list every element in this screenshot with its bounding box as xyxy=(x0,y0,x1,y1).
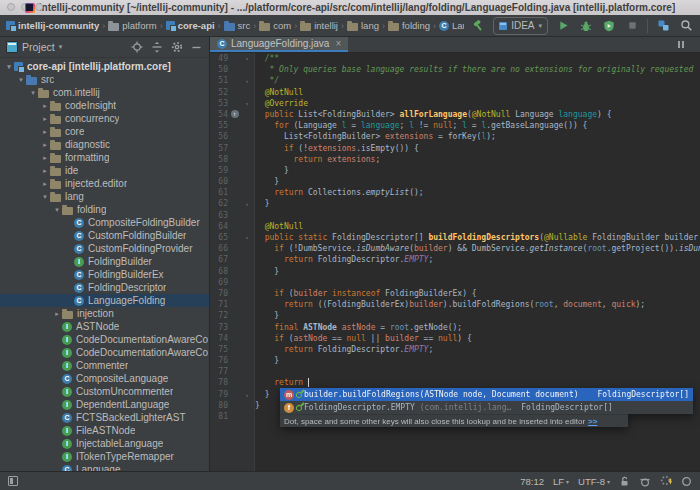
fold-marker-icon[interactable]: ▴ xyxy=(241,198,253,209)
tree-item[interactable]: ▸injection xyxy=(0,307,209,320)
tree-item[interactable]: ▾src xyxy=(0,73,209,86)
stop-button[interactable] xyxy=(624,18,640,34)
code-token: Language xyxy=(510,110,558,119)
fold-marker-icon[interactable]: ▴ xyxy=(241,75,253,86)
tree-item[interactable]: ▸formatting xyxy=(0,151,209,164)
settings-gear-icon[interactable] xyxy=(170,41,183,54)
hide-panel-button[interactable] xyxy=(190,41,203,54)
debug-button[interactable] xyxy=(578,18,594,34)
breadcrumb-item[interactable]: folding xyxy=(388,20,430,31)
completion-hint-link[interactable]: >> xyxy=(588,417,597,426)
breadcrumb-item[interactable]: src xyxy=(224,20,251,31)
tree-item[interactable]: ICommenter xyxy=(0,359,209,372)
chevron-collapsed-icon[interactable]: ▸ xyxy=(52,310,62,318)
tree-item[interactable]: ▾com.intellij xyxy=(0,86,209,99)
breadcrumb-item[interactable]: CLanguageFolding xyxy=(439,20,464,31)
chevron-down-icon[interactable]: ▾ xyxy=(59,43,63,51)
tree-item[interactable]: CCustomFoldingProvider xyxy=(0,242,209,255)
tree-item[interactable]: ▾core-api [intellij.platform.core] xyxy=(0,60,209,73)
code-text: if (astNode == null || builder == null) … xyxy=(253,333,700,344)
run-with-coverage-button[interactable] xyxy=(601,18,617,34)
chevron-collapsed-icon[interactable]: ▸ xyxy=(40,141,50,149)
chevron-expanded-icon[interactable]: ▾ xyxy=(4,63,14,71)
tree-item[interactable]: ▸core xyxy=(0,125,209,138)
tree-item[interactable]: ▸codeInsight xyxy=(0,99,209,112)
source-folder-icon xyxy=(224,23,235,31)
breadcrumb-item[interactable]: core-api xyxy=(166,20,215,31)
fold-marker-icon[interactable]: ▾ xyxy=(241,98,253,109)
run-button[interactable] xyxy=(555,18,571,34)
tree-item[interactable]: CFCTSBackedLighterAST xyxy=(0,411,209,424)
tree-item[interactable]: IDependentLanguage xyxy=(0,398,209,411)
tree-item[interactable]: ▾folding xyxy=(0,203,209,216)
breadcrumb-item[interactable]: lang xyxy=(347,20,379,31)
fold-slot xyxy=(241,266,253,277)
completion-item[interactable]: mbuilder.buildFoldRegions(ASTNode node, … xyxy=(280,388,693,401)
tree-item[interactable]: ▸concurrency xyxy=(0,112,209,125)
notifications-icon[interactable] xyxy=(681,476,692,487)
cursor-position[interactable]: 78:12 xyxy=(520,476,544,487)
hector-inspector-icon[interactable] xyxy=(639,476,651,487)
chevron-collapsed-icon[interactable]: ▸ xyxy=(40,167,50,175)
tree-item[interactable]: CLanguage xyxy=(0,463,209,471)
breadcrumb-item[interactable]: intellij-community xyxy=(6,20,99,31)
gutter-icon-slot xyxy=(228,288,241,299)
fold-marker-icon[interactable]: ▴ xyxy=(241,389,253,400)
tree-item[interactable]: CCustomFoldingBuilder xyxy=(0,229,209,242)
readonly-lock-icon[interactable] xyxy=(619,476,630,487)
tree-item[interactable]: IFoldingBuilder xyxy=(0,255,209,268)
fold-marker-icon[interactable]: ▾ xyxy=(241,232,253,243)
tree-item[interactable]: IInjectableLanguage xyxy=(0,437,209,450)
chevron-collapsed-icon[interactable]: ▸ xyxy=(40,115,50,123)
close-window-button[interactable] xyxy=(7,3,15,11)
tree-item[interactable]: ICustomUncommenter xyxy=(0,385,209,398)
tree-item[interactable]: ▸ide xyxy=(0,164,209,177)
chevron-expanded-icon[interactable]: ▾ xyxy=(40,193,50,201)
breadcrumb-item[interactable]: com xyxy=(259,20,291,31)
tree-item[interactable]: CFoldingBuilderEx xyxy=(0,268,209,281)
tree-item[interactable]: CFoldingDescriptor xyxy=(0,281,209,294)
update-available-icon[interactable] xyxy=(660,475,672,487)
breadcrumb-item[interactable]: intellij xyxy=(300,20,338,31)
encoding-select[interactable]: UTF-8 ▾ xyxy=(578,476,610,487)
tree-item[interactable]: ICodeDocumentationAwareCo xyxy=(0,346,209,359)
tree-item[interactable]: ▸injected.editor xyxy=(0,177,209,190)
zoom-window-button[interactable] xyxy=(35,3,43,11)
tree-item[interactable]: IASTNode xyxy=(0,320,209,333)
locate-file-button[interactable] xyxy=(130,41,143,54)
tree-item[interactable]: CCompositeLanguage xyxy=(0,372,209,385)
search-everywhere-button[interactable] xyxy=(678,18,694,34)
chevron-collapsed-icon[interactable]: ▸ xyxy=(40,102,50,110)
code-line: 63 xyxy=(210,210,700,221)
chevron-collapsed-icon[interactable]: ▸ xyxy=(40,128,50,136)
tree-item[interactable]: CCompositeFoldingBuilder xyxy=(0,216,209,229)
collapse-all-button[interactable] xyxy=(150,41,163,54)
tree-item[interactable]: IITokenTypeRemapper xyxy=(0,450,209,463)
toolwindow-toggle-icon[interactable] xyxy=(8,476,18,486)
tree-item[interactable]: CLanguageFolding xyxy=(0,294,209,307)
overriding-method-icon[interactable]: ↑ xyxy=(228,109,241,120)
close-icon[interactable]: × xyxy=(335,38,341,49)
fold-marker-icon[interactable]: ▾ xyxy=(241,53,253,64)
class-icon: C xyxy=(62,413,72,423)
chevron-collapsed-icon[interactable]: ▸ xyxy=(40,180,50,188)
project-structure-button[interactable] xyxy=(655,18,671,34)
run-configuration-select[interactable]: IDEA ▾ xyxy=(493,17,548,35)
chevron-expanded-icon[interactable]: ▾ xyxy=(16,76,26,84)
project-panel-title[interactable]: Project xyxy=(22,41,55,53)
tree-item[interactable]: ▸diagnostic xyxy=(0,138,209,151)
chevron-collapsed-icon[interactable]: ▸ xyxy=(40,154,50,162)
chevron-expanded-icon[interactable]: ▾ xyxy=(52,206,62,214)
tree-item-label: injection xyxy=(77,308,114,319)
tree-item[interactable]: ICodeDocumentationAwareCo xyxy=(0,333,209,346)
build-hammer-button[interactable] xyxy=(470,18,486,34)
breadcrumb-item[interactable]: platform xyxy=(108,20,156,31)
tree-item[interactable]: ▾lang xyxy=(0,190,209,203)
code-text: /** xyxy=(253,53,700,64)
line-separator-select[interactable]: LF ▾ xyxy=(553,476,569,487)
tree-item[interactable]: IFileASTNode xyxy=(0,424,209,437)
completion-item[interactable]: fFoldingDescriptor.EMPTY(com.intellij.la… xyxy=(280,401,693,414)
public-key-icon xyxy=(295,403,303,411)
tab-languagefolding-java[interactable]: C LanguageFolding.java × xyxy=(210,37,348,52)
chevron-expanded-icon[interactable]: ▾ xyxy=(28,89,38,97)
